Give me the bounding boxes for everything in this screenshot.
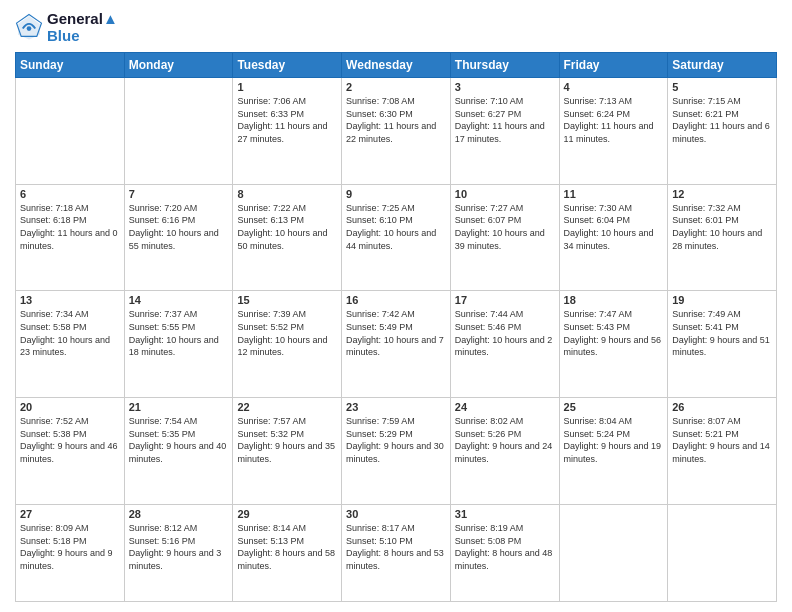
cell-info: Sunrise: 7:25 AM Sunset: 6:10 PM Dayligh… <box>346 202 446 252</box>
day-number: 16 <box>346 294 446 306</box>
day-number: 12 <box>672 188 772 200</box>
day-number: 9 <box>346 188 446 200</box>
cell-info: Sunrise: 7:49 AM Sunset: 5:41 PM Dayligh… <box>672 308 772 358</box>
day-number: 25 <box>564 401 664 413</box>
calendar-cell <box>559 504 668 601</box>
calendar-week-1: 1Sunrise: 7:06 AM Sunset: 6:33 PM Daylig… <box>16 78 777 185</box>
day-number: 13 <box>20 294 120 306</box>
cell-info: Sunrise: 8:12 AM Sunset: 5:16 PM Dayligh… <box>129 522 229 572</box>
calendar-cell: 19Sunrise: 7:49 AM Sunset: 5:41 PM Dayli… <box>668 291 777 398</box>
calendar-cell: 8Sunrise: 7:22 AM Sunset: 6:13 PM Daylig… <box>233 184 342 291</box>
weekday-header-friday: Friday <box>559 53 668 78</box>
cell-info: Sunrise: 7:15 AM Sunset: 6:21 PM Dayligh… <box>672 95 772 145</box>
cell-info: Sunrise: 7:18 AM Sunset: 6:18 PM Dayligh… <box>20 202 120 252</box>
calendar-cell: 15Sunrise: 7:39 AM Sunset: 5:52 PM Dayli… <box>233 291 342 398</box>
calendar-cell: 27Sunrise: 8:09 AM Sunset: 5:18 PM Dayli… <box>16 504 125 601</box>
cell-info: Sunrise: 7:08 AM Sunset: 6:30 PM Dayligh… <box>346 95 446 145</box>
calendar-cell: 5Sunrise: 7:15 AM Sunset: 6:21 PM Daylig… <box>668 78 777 185</box>
cell-info: Sunrise: 7:10 AM Sunset: 6:27 PM Dayligh… <box>455 95 555 145</box>
day-number: 3 <box>455 81 555 93</box>
calendar-cell: 24Sunrise: 8:02 AM Sunset: 5:26 PM Dayli… <box>450 398 559 505</box>
day-number: 1 <box>237 81 337 93</box>
cell-info: Sunrise: 8:09 AM Sunset: 5:18 PM Dayligh… <box>20 522 120 572</box>
calendar-cell: 23Sunrise: 7:59 AM Sunset: 5:29 PM Dayli… <box>342 398 451 505</box>
calendar-cell: 2Sunrise: 7:08 AM Sunset: 6:30 PM Daylig… <box>342 78 451 185</box>
day-number: 10 <box>455 188 555 200</box>
weekday-header-tuesday: Tuesday <box>233 53 342 78</box>
day-number: 23 <box>346 401 446 413</box>
header: General▲ Blue <box>15 10 777 44</box>
cell-info: Sunrise: 7:47 AM Sunset: 5:43 PM Dayligh… <box>564 308 664 358</box>
day-number: 7 <box>129 188 229 200</box>
calendar-cell: 4Sunrise: 7:13 AM Sunset: 6:24 PM Daylig… <box>559 78 668 185</box>
calendar-cell: 20Sunrise: 7:52 AM Sunset: 5:38 PM Dayli… <box>16 398 125 505</box>
page: General▲ Blue SundayMondayTuesdayWednesd… <box>0 0 792 612</box>
calendar-cell: 14Sunrise: 7:37 AM Sunset: 5:55 PM Dayli… <box>124 291 233 398</box>
cell-info: Sunrise: 7:57 AM Sunset: 5:32 PM Dayligh… <box>237 415 337 465</box>
calendar-cell: 21Sunrise: 7:54 AM Sunset: 5:35 PM Dayli… <box>124 398 233 505</box>
cell-info: Sunrise: 7:59 AM Sunset: 5:29 PM Dayligh… <box>346 415 446 465</box>
svg-point-2 <box>27 26 32 31</box>
calendar-cell <box>668 504 777 601</box>
day-number: 5 <box>672 81 772 93</box>
cell-info: Sunrise: 7:42 AM Sunset: 5:49 PM Dayligh… <box>346 308 446 358</box>
cell-info: Sunrise: 7:37 AM Sunset: 5:55 PM Dayligh… <box>129 308 229 358</box>
calendar-cell: 31Sunrise: 8:19 AM Sunset: 5:08 PM Dayli… <box>450 504 559 601</box>
day-number: 21 <box>129 401 229 413</box>
day-number: 22 <box>237 401 337 413</box>
calendar-cell: 9Sunrise: 7:25 AM Sunset: 6:10 PM Daylig… <box>342 184 451 291</box>
calendar-week-2: 6Sunrise: 7:18 AM Sunset: 6:18 PM Daylig… <box>16 184 777 291</box>
day-number: 11 <box>564 188 664 200</box>
day-number: 18 <box>564 294 664 306</box>
calendar-cell: 29Sunrise: 8:14 AM Sunset: 5:13 PM Dayli… <box>233 504 342 601</box>
calendar-cell: 7Sunrise: 7:20 AM Sunset: 6:16 PM Daylig… <box>124 184 233 291</box>
cell-info: Sunrise: 7:54 AM Sunset: 5:35 PM Dayligh… <box>129 415 229 465</box>
day-number: 24 <box>455 401 555 413</box>
day-number: 2 <box>346 81 446 93</box>
cell-info: Sunrise: 7:52 AM Sunset: 5:38 PM Dayligh… <box>20 415 120 465</box>
day-number: 30 <box>346 508 446 520</box>
day-number: 14 <box>129 294 229 306</box>
calendar-cell: 18Sunrise: 7:47 AM Sunset: 5:43 PM Dayli… <box>559 291 668 398</box>
cell-info: Sunrise: 7:20 AM Sunset: 6:16 PM Dayligh… <box>129 202 229 252</box>
cell-info: Sunrise: 8:19 AM Sunset: 5:08 PM Dayligh… <box>455 522 555 572</box>
calendar-week-3: 13Sunrise: 7:34 AM Sunset: 5:58 PM Dayli… <box>16 291 777 398</box>
cell-info: Sunrise: 8:04 AM Sunset: 5:24 PM Dayligh… <box>564 415 664 465</box>
cell-info: Sunrise: 7:39 AM Sunset: 5:52 PM Dayligh… <box>237 308 337 358</box>
cell-info: Sunrise: 7:06 AM Sunset: 6:33 PM Dayligh… <box>237 95 337 145</box>
cell-info: Sunrise: 7:44 AM Sunset: 5:46 PM Dayligh… <box>455 308 555 358</box>
calendar-cell: 26Sunrise: 8:07 AM Sunset: 5:21 PM Dayli… <box>668 398 777 505</box>
weekday-header-sunday: Sunday <box>16 53 125 78</box>
calendar-cell: 3Sunrise: 7:10 AM Sunset: 6:27 PM Daylig… <box>450 78 559 185</box>
cell-info: Sunrise: 7:13 AM Sunset: 6:24 PM Dayligh… <box>564 95 664 145</box>
weekday-header-monday: Monday <box>124 53 233 78</box>
day-number: 29 <box>237 508 337 520</box>
calendar-cell: 1Sunrise: 7:06 AM Sunset: 6:33 PM Daylig… <box>233 78 342 185</box>
day-number: 26 <box>672 401 772 413</box>
cell-info: Sunrise: 7:32 AM Sunset: 6:01 PM Dayligh… <box>672 202 772 252</box>
calendar-cell: 22Sunrise: 7:57 AM Sunset: 5:32 PM Dayli… <box>233 398 342 505</box>
cell-info: Sunrise: 7:34 AM Sunset: 5:58 PM Dayligh… <box>20 308 120 358</box>
day-number: 15 <box>237 294 337 306</box>
day-number: 28 <box>129 508 229 520</box>
calendar-cell: 28Sunrise: 8:12 AM Sunset: 5:16 PM Dayli… <box>124 504 233 601</box>
calendar-cell <box>124 78 233 185</box>
weekday-header-saturday: Saturday <box>668 53 777 78</box>
weekday-header-thursday: Thursday <box>450 53 559 78</box>
cell-info: Sunrise: 8:02 AM Sunset: 5:26 PM Dayligh… <box>455 415 555 465</box>
calendar-cell: 10Sunrise: 7:27 AM Sunset: 6:07 PM Dayli… <box>450 184 559 291</box>
cell-info: Sunrise: 7:22 AM Sunset: 6:13 PM Dayligh… <box>237 202 337 252</box>
day-number: 4 <box>564 81 664 93</box>
day-number: 31 <box>455 508 555 520</box>
calendar-cell: 17Sunrise: 7:44 AM Sunset: 5:46 PM Dayli… <box>450 291 559 398</box>
calendar-week-4: 20Sunrise: 7:52 AM Sunset: 5:38 PM Dayli… <box>16 398 777 505</box>
logo: General▲ Blue <box>15 10 118 44</box>
calendar-cell: 6Sunrise: 7:18 AM Sunset: 6:18 PM Daylig… <box>16 184 125 291</box>
calendar-cell: 16Sunrise: 7:42 AM Sunset: 5:49 PM Dayli… <box>342 291 451 398</box>
calendar-cell: 12Sunrise: 7:32 AM Sunset: 6:01 PM Dayli… <box>668 184 777 291</box>
weekday-header-row: SundayMondayTuesdayWednesdayThursdayFrid… <box>16 53 777 78</box>
day-number: 19 <box>672 294 772 306</box>
day-number: 17 <box>455 294 555 306</box>
calendar-cell: 13Sunrise: 7:34 AM Sunset: 5:58 PM Dayli… <box>16 291 125 398</box>
logo-icon <box>15 13 43 41</box>
